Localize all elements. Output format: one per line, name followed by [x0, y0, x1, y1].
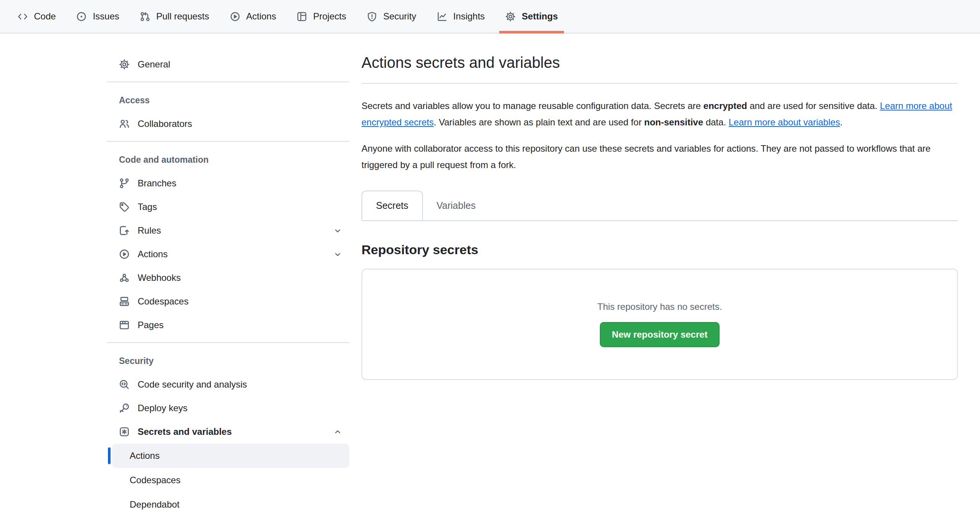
sidebar-item-label: Secrets and variables [138, 426, 232, 437]
nav-tab-label: Settings [522, 11, 558, 22]
table-icon [297, 11, 307, 22]
nav-tab-pull-requests[interactable]: Pull requests [135, 0, 215, 33]
code-scan-icon [119, 379, 130, 390]
sidebar-item-collaborators[interactable]: Collaborators [107, 112, 349, 136]
chevron-up-icon [333, 427, 342, 437]
sidebar-divider [107, 141, 349, 142]
codespaces-icon [119, 296, 130, 307]
sidebar-item-pages[interactable]: Pages [107, 313, 349, 337]
sidebar-item-label: Rules [138, 225, 161, 236]
play-icon [119, 249, 130, 260]
sidebar-subitem-actions[interactable]: Actions [112, 444, 349, 468]
sidebar-item-label: Collaborators [138, 119, 192, 129]
fork-note-paragraph: Anyone with collaborator access to this … [361, 140, 958, 173]
webhook-icon [119, 272, 130, 283]
code-icon [18, 11, 28, 22]
nav-tab-label: Insights [453, 11, 485, 22]
tab-secrets[interactable]: Secrets [361, 191, 423, 220]
intro-text: data. [703, 117, 729, 127]
sidebar-section-security: Security [107, 349, 349, 373]
sidebar-item-rules[interactable]: Rules [107, 219, 349, 242]
sidebar-item-label: Code security and analysis [138, 379, 247, 390]
nav-tab-security[interactable]: Security [361, 0, 422, 33]
sidebar-item-label: General [138, 59, 170, 70]
issue-opened-icon [76, 11, 87, 22]
nav-tab-label: Projects [313, 11, 346, 22]
title-divider [361, 83, 958, 84]
git-branch-icon [119, 178, 130, 189]
sidebar-item-actions[interactable]: Actions [107, 242, 349, 266]
sidebar-subitem-label: Codespaces [130, 475, 180, 486]
sidebar-item-label: Deploy keys [138, 403, 188, 413]
nav-tab-projects[interactable]: Projects [291, 0, 352, 33]
sidebar-item-general[interactable]: General [107, 53, 349, 76]
nav-tab-label: Pull requests [156, 11, 209, 22]
rules-icon [119, 225, 130, 236]
nav-tab-label: Security [383, 11, 416, 22]
sidebar-divider [107, 342, 349, 343]
graph-icon [437, 11, 447, 22]
shield-icon [367, 11, 377, 22]
intro-text: and are used for sensitive data. [747, 101, 880, 111]
sidebar-item-label: Webhooks [138, 272, 181, 283]
sidebar-item-label: Codespaces [138, 296, 188, 307]
sidebar-item-label: Actions [138, 249, 168, 260]
play-icon [230, 11, 240, 22]
sidebar-section-access: Access [107, 88, 349, 112]
nav-tab-code[interactable]: Code [12, 0, 61, 33]
gear-icon [119, 59, 130, 70]
nav-tab-label: Issues [93, 11, 119, 22]
empty-state-message: This repository has no secrets. [598, 301, 722, 312]
nav-tab-label: Actions [246, 11, 276, 22]
intro-text: Secrets and variables allow you to manag… [361, 101, 704, 111]
nav-tab-issues[interactable]: Issues [71, 0, 124, 33]
sidebar-item-codespaces[interactable]: Codespaces [107, 290, 349, 313]
sidebar-divider [107, 82, 349, 82]
sidebar-subitem-label: Dependabot [130, 499, 180, 510]
nav-tab-settings[interactable]: Settings [500, 0, 563, 33]
repository-secrets-heading: Repository secrets [361, 242, 958, 257]
secret-icon [119, 426, 130, 437]
chevron-down-icon [333, 250, 342, 259]
people-icon [119, 119, 130, 129]
sidebar-item-deploy-keys[interactable]: Deploy keys [107, 396, 349, 420]
intro-paragraph: Secrets and variables allow you to manag… [361, 98, 958, 130]
intro-bold-non-sensitive: non-sensitive [644, 117, 703, 127]
git-pull-request-icon [140, 11, 150, 22]
sidebar-subitem-codespaces[interactable]: Codespaces [112, 468, 349, 492]
settings-sidebar: General Access Collaborators Code and au… [107, 34, 349, 517]
link-variables[interactable]: Learn more about variables [729, 117, 840, 127]
sidebar-section-code-and-automation: Code and automation [107, 148, 349, 171]
sidebar-item-secrets-and-variables[interactable]: Secrets and variables [107, 420, 349, 444]
chevron-down-icon [333, 226, 342, 236]
gear-icon [505, 11, 516, 22]
tag-icon [119, 202, 130, 212]
nav-tab-insights[interactable]: Insights [432, 0, 490, 33]
repo-nav: Code Issues Pull requests Actions Projec… [0, 0, 980, 34]
sidebar-item-label: Branches [138, 178, 176, 189]
sidebar-item-webhooks[interactable]: Webhooks [107, 266, 349, 290]
page-title: Actions secrets and variables [361, 53, 958, 72]
browser-icon [119, 320, 130, 330]
intro-bold-encrypted: encrypted [704, 101, 747, 111]
new-repository-secret-button[interactable]: New repository secret [600, 322, 720, 347]
secrets-variables-tabs: Secrets Variables [361, 191, 958, 221]
sidebar-subitem-label: Actions [130, 450, 160, 461]
repository-secrets-empty-box: This repository has no secrets. New repo… [361, 269, 958, 380]
nav-tab-label: Code [34, 11, 56, 22]
sidebar-item-tags[interactable]: Tags [107, 195, 349, 219]
sidebar-item-label: Pages [138, 320, 164, 330]
key-icon [119, 403, 130, 413]
tab-variables[interactable]: Variables [423, 191, 489, 220]
main-content: Actions secrets and variables Secrets an… [361, 34, 958, 380]
nav-tab-actions[interactable]: Actions [225, 0, 282, 33]
sidebar-item-code-security[interactable]: Code security and analysis [107, 373, 349, 396]
intro-text: . Variables are shown as plain text and … [434, 117, 644, 127]
sidebar-item-branches[interactable]: Branches [107, 171, 349, 195]
intro-text: . [840, 117, 843, 127]
sidebar-subitem-dependabot[interactable]: Dependabot [112, 492, 349, 517]
sidebar-item-label: Tags [138, 202, 157, 212]
